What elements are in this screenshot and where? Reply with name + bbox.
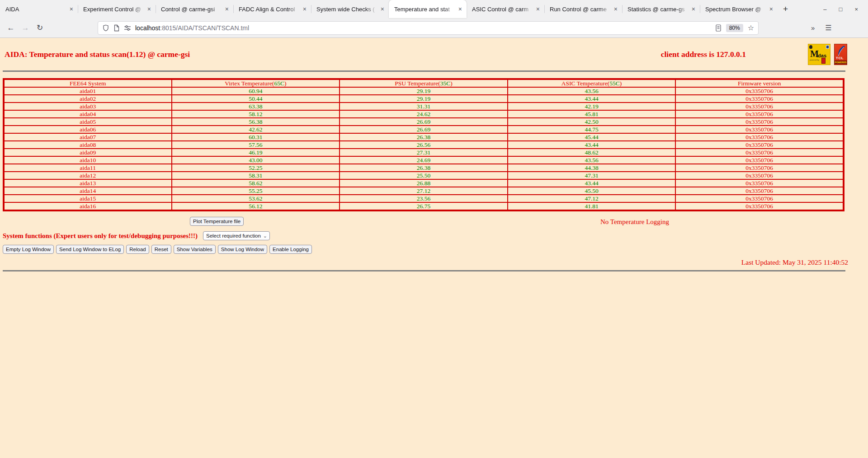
cell-virtex: 52.25	[172, 164, 340, 172]
address-bar[interactable]: localhost:8015/AIDA/TSCAN/TSCAN.tml 80% …	[98, 21, 759, 35]
horizontal-rule-top	[3, 70, 845, 72]
cell-psu: 26.56	[340, 141, 508, 149]
table-row: aida0250.4429.1943.440x3350706	[4, 95, 844, 103]
cell-virtex: 57.56	[172, 141, 340, 149]
forward-button[interactable]: →	[18, 23, 33, 33]
tab-close-icon[interactable]: ×	[146, 5, 153, 13]
cell-virtex: 60.31	[172, 133, 340, 141]
cell-firmware: 0x3350706	[675, 118, 844, 126]
bookmark-star-icon[interactable]: ☆	[748, 23, 754, 32]
cell-psu: 26.38	[340, 133, 508, 141]
new-tab-button[interactable]: +	[778, 0, 793, 18]
tab[interactable]: FADC Align & Control×	[233, 0, 311, 18]
cell-asic: 43.44	[508, 141, 676, 149]
cell-psu: 23.56	[340, 195, 508, 202]
reader-mode-icon[interactable]	[715, 24, 722, 32]
plot-temperature-file-button[interactable]: Plot Temperature file	[190, 217, 244, 226]
system-function-select[interactable]: Select required function ⌄	[203, 231, 270, 240]
toolbar-overflow-icon[interactable]: »	[811, 24, 814, 32]
cell-system: aida16	[4, 202, 172, 210]
maximize-icon[interactable]: □	[839, 6, 843, 12]
navigation-bar: ← → ↻ localhost:8015/AIDA/TSCAN/TSCAN.tm…	[0, 18, 868, 38]
cell-system: aida06	[4, 126, 172, 133]
cell-firmware: 0x3350706	[675, 133, 844, 141]
tab[interactable]: Run Control @ carme×	[544, 0, 622, 18]
system-function-select-value: Select required function	[206, 233, 261, 238]
cell-asic: 42.50	[508, 118, 676, 126]
cell-system: aida12	[4, 172, 172, 179]
client-address-text: client address is 127.0.0.1	[661, 50, 746, 59]
tab[interactable]: Statistics @ carme-gs×	[622, 0, 700, 18]
cell-system: aida03	[4, 103, 172, 110]
table-row: aida0857.5626.5643.440x3350706	[4, 141, 844, 149]
tcl-powered-logo[interactable]: TCL POWERED	[834, 44, 847, 65]
tab[interactable]: ASIC Control @ carm×	[467, 0, 544, 18]
cell-virtex: 58.62	[172, 179, 340, 187]
cell-system: aida04	[4, 110, 172, 118]
table-row: aida1043.0024.6943.560x3350706	[4, 156, 844, 164]
tab[interactable]: Spectrum Browser @×	[700, 0, 778, 18]
tab-close-icon[interactable]: ×	[612, 5, 619, 13]
cell-firmware: 0x3350706	[675, 187, 844, 195]
cell-asic: 48.62	[508, 149, 676, 156]
cell-asic: 45.44	[508, 133, 676, 141]
table-row: aida0946.1927.3148.620x3350706	[4, 149, 844, 156]
cell-virtex: 56.38	[172, 118, 340, 126]
cell-virtex: 60.94	[172, 87, 340, 95]
midas-logo-figure	[821, 58, 826, 64]
tcl-logo-subtext: POWERED	[835, 61, 847, 64]
tab-close-icon[interactable]: ×	[457, 5, 464, 13]
cell-psu: 26.69	[340, 118, 508, 126]
tab-label: System wide Checks (	[316, 6, 377, 13]
minimize-icon[interactable]: –	[823, 6, 826, 12]
midas-logo[interactable]: M idas powered by	[808, 44, 830, 65]
tab-active[interactable]: Temperature and stat×	[389, 0, 467, 18]
tab-close-icon[interactable]: ×	[768, 5, 775, 13]
tab[interactable]: Control @ carme-gsi×	[156, 0, 233, 18]
temperature-table: FEE64 SystemVirtex Temperature(65C)PSU T…	[3, 78, 844, 211]
tab[interactable]: System wide Checks (×	[311, 0, 389, 18]
back-button[interactable]: ←	[4, 23, 18, 33]
cell-system: aida14	[4, 187, 172, 195]
tab[interactable]: Experiment Control @×	[78, 0, 156, 18]
show-variables-button[interactable]: Show Variables	[174, 245, 216, 254]
hamburger-menu-icon[interactable]: ☰	[825, 23, 831, 32]
tab-close-icon[interactable]: ×	[68, 5, 75, 13]
cell-virtex: 53.62	[172, 195, 340, 202]
cell-psu: 27.12	[340, 187, 508, 195]
tab-close-icon[interactable]: ×	[223, 5, 231, 13]
tab-label: FADC Align & Control	[239, 6, 300, 13]
cell-virtex: 43.00	[172, 156, 340, 164]
tab-close-icon[interactable]: ×	[301, 5, 308, 13]
logos: M idas powered by TCL POWERED	[808, 44, 847, 65]
reset-button[interactable]: Reset	[151, 245, 171, 254]
cell-system: aida08	[4, 141, 172, 149]
cell-firmware: 0x3350706	[675, 195, 844, 202]
tab-close-icon[interactable]: ×	[690, 5, 697, 13]
reload-button[interactable]: ↻	[33, 23, 47, 33]
tabs-container: AIDA×Experiment Control @×Control @ carm…	[0, 0, 778, 18]
enable-logging-button[interactable]: Enable Logging	[269, 245, 312, 254]
cell-asic: 44.75	[508, 126, 676, 133]
tab-close-icon[interactable]: ×	[379, 5, 386, 13]
site-permissions-icon[interactable]	[124, 24, 131, 32]
table-row: aida1258.3125.5047.310x3350706	[4, 172, 844, 179]
chevron-down-icon: ⌄	[263, 234, 267, 238]
cell-psu: 26.69	[340, 126, 508, 133]
tracking-protection-shield-icon[interactable]	[102, 24, 109, 32]
page-info-icon[interactable]	[113, 24, 120, 32]
tab-label: Temperature and stat	[394, 6, 455, 13]
reload-button[interactable]: Reload	[126, 245, 149, 254]
show-log-window-button[interactable]: Show Log Window	[218, 245, 267, 254]
close-icon[interactable]: ×	[854, 6, 858, 12]
zoom-level-badge[interactable]: 80%	[726, 24, 743, 32]
tab-close-icon[interactable]: ×	[534, 5, 542, 13]
cell-asic: 43.44	[508, 179, 676, 187]
send-log-window-to-elog-button[interactable]: Send Log Window to ELog	[56, 245, 124, 254]
last-updated-text: Last Updated: May 31, 2025 11:40:52	[0, 258, 848, 266]
empty-log-window-button[interactable]: Empty Log Window	[3, 245, 54, 254]
cell-psu: 29.19	[340, 95, 508, 103]
cell-psu: 26.88	[340, 179, 508, 187]
column-header: FEE64 System	[4, 79, 172, 87]
tab[interactable]: AIDA×	[0, 0, 78, 18]
